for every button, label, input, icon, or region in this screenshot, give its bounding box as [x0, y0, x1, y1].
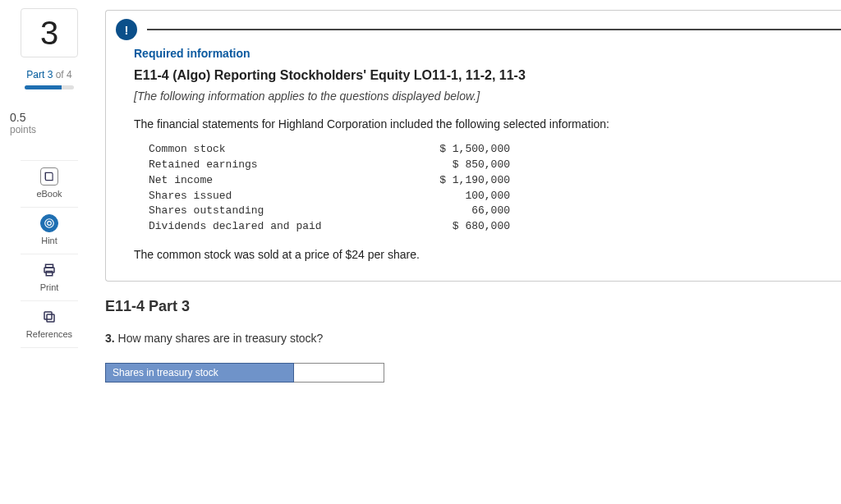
table-row: Shares issued 100,000 [149, 189, 821, 204]
copy-icon [40, 308, 58, 326]
svg-point-1 [48, 222, 52, 226]
printer-icon [40, 261, 58, 279]
ebook-button[interactable]: eBook [21, 160, 78, 207]
financial-table: Common stock $ 1,500,000 Retained earnin… [149, 142, 821, 235]
closing-text: The common stock was sold at a price of … [134, 248, 821, 261]
required-info-label: Required information [134, 47, 821, 60]
progress-fill [25, 85, 62, 89]
ebook-label: eBook [36, 189, 62, 199]
print-label: Print [40, 282, 59, 292]
svg-point-0 [45, 219, 54, 228]
hint-button[interactable]: Hint [21, 207, 78, 254]
exclamation-icon: ! [116, 19, 137, 40]
question-text: 3. How many shares are in treasury stock… [105, 332, 841, 345]
svg-rect-5 [47, 314, 54, 322]
table-row: Shares outstanding 66,000 [149, 204, 821, 219]
progress-bar [25, 85, 74, 89]
table-row: Dividends declared and paid $ 680,000 [149, 219, 821, 235]
references-button[interactable]: References [21, 300, 78, 348]
lifesaver-icon [40, 214, 58, 232]
answer-label: Shares in treasury stock [105, 363, 294, 383]
book-icon [40, 167, 58, 186]
table-row: Retained earnings $ 850,000 [149, 158, 821, 173]
part-heading: E11-4 Part 3 [105, 298, 841, 315]
table-row: Common stock $ 1,500,000 [149, 142, 821, 158]
answer-row: Shares in treasury stock [105, 363, 841, 383]
lead-text: The financial statements for Highland Co… [134, 117, 821, 131]
applies-note: [The following information applies to th… [134, 89, 821, 103]
main-content: ! Required information E11-4 (Algo) Repo… [99, 0, 841, 399]
question-number-inline: 3. [105, 332, 115, 345]
exercise-title: E11-4 (Algo) Reporting Stockholders' Equ… [134, 68, 821, 83]
references-label: References [26, 329, 72, 339]
print-button[interactable]: Print [21, 254, 78, 300]
required-info-box: ! Required information E11-4 (Algo) Repo… [105, 10, 841, 282]
points-value: 0.5 [10, 111, 99, 124]
question-number-box: 3 [21, 8, 78, 57]
points-label: points [10, 124, 99, 135]
part-indicator: Part 3 of 4 [26, 69, 71, 80]
points-box: 0.5 points [0, 111, 99, 135]
table-row: Net income $ 1,190,000 [149, 173, 821, 189]
hint-label: Hint [41, 236, 57, 245]
svg-rect-6 [44, 312, 52, 319]
question-number: 3 [40, 15, 58, 52]
info-divider [147, 29, 841, 30]
answer-input[interactable] [294, 363, 384, 383]
left-rail: 3 Part 3 of 4 0.5 points eBook Hint Prin… [0, 0, 99, 399]
